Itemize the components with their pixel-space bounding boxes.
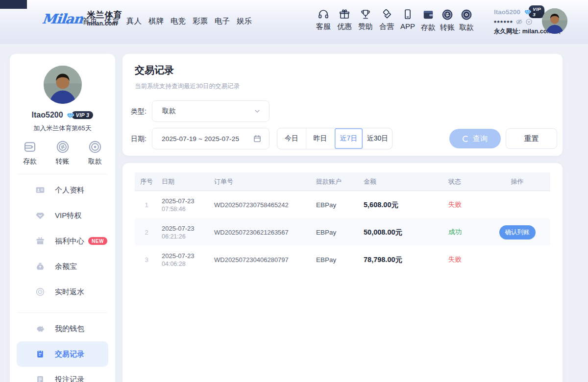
type-select-value: 取款 (162, 107, 253, 116)
table-header-row: 序号 日期 订单号 提款账户 金额 状态 操作 (135, 172, 550, 191)
header-username[interactable]: ltao5200 (494, 8, 520, 16)
sidebar-menu-item[interactable]: 余额宝 (17, 254, 108, 279)
row-order-number: WD202507230758465242 (211, 201, 313, 209)
vip-gem-icon (524, 8, 532, 16)
profile-username: ltao5200 (32, 111, 63, 119)
main-nav-item[interactable]: 彩票 (193, 16, 208, 26)
date-range-preset[interactable]: 近30日 (363, 128, 392, 149)
confirm-received-button[interactable]: 确认到账 (499, 225, 536, 239)
header-quick-link[interactable]: 优惠 (337, 8, 352, 31)
gift-icon (339, 8, 350, 20)
status-text: 失败 (448, 200, 462, 209)
sidebar-menu-item[interactable]: 个人资料 (17, 177, 108, 203)
row-amount: 78,798.00元 (360, 255, 445, 264)
row-seq: 1 (135, 201, 158, 209)
transactions-table-card: 序号 日期 订单号 提款账户 金额 状态 操作 1 2025-07-23 07:… (122, 163, 563, 382)
quick-link-label: 取款 (459, 23, 474, 32)
main-nav-item[interactable]: 电竞 (171, 16, 186, 26)
table-column-header: 操作 (484, 177, 550, 186)
vip-gem-icon (66, 111, 74, 119)
type-label: 类型: (131, 107, 147, 116)
row-date: 2025-07-23 07:58:46 (158, 197, 211, 213)
main-nav: 首页 体育 真人 棋牌 电竞 彩票 电子 娱乐 (82, 16, 252, 26)
sidebar-quick-action[interactable]: 存款 (23, 140, 37, 166)
header-quick-link[interactable]: 客服 (316, 8, 331, 31)
quick-link-label: APP (400, 22, 415, 30)
main-nav-item[interactable]: 首页 (82, 16, 98, 26)
headset-icon (318, 8, 329, 20)
vip-diamond-icon (35, 211, 45, 220)
sidebar-item-label: 福利中心 (55, 237, 84, 246)
calendar-icon (253, 134, 262, 143)
row-date: 2025-07-23 06:21:26 (158, 224, 211, 240)
refresh-circle-icon[interactable] (525, 18, 533, 25)
sidebar-menu-item[interactable]: 我的钱包 (17, 316, 108, 341)
row-date: 2025-07-23 04:06:28 (158, 252, 211, 268)
quick-action-label: 存款 (23, 157, 37, 166)
date-range-preset[interactable]: 今日 (277, 128, 306, 149)
date-range-input[interactable]: 2025-07-19 ~ 2025-07-25 (152, 128, 270, 149)
eye-off-icon[interactable] (515, 18, 523, 25)
table-column-header: 序号 (135, 177, 158, 186)
sidebar-item-label: 个人资料 (55, 186, 84, 195)
top-header: Milan 米兰体育 milan.com 首页 体育 真人 棋牌 电竞 彩票 电… (0, 0, 588, 44)
table-row: 1 2025-07-23 07:58:46 WD2025072307584652… (135, 191, 550, 218)
user-avatar[interactable] (542, 8, 567, 34)
main-nav-item[interactable]: 电子 (215, 16, 230, 26)
sidebar-menu-item[interactable]: 实时返水 (17, 279, 108, 305)
profile-avatar[interactable] (44, 66, 82, 104)
date-range-preset[interactable]: 昨日 (306, 128, 334, 149)
row-withdraw-account: EBPay (313, 256, 360, 263)
main-nav-item[interactable]: 棋牌 (148, 16, 164, 26)
table-column-header: 订单号 (211, 177, 313, 186)
transfer-filled-icon (441, 8, 454, 21)
row-status: 成功 (445, 228, 484, 237)
header-quick-link[interactable]: APP (400, 8, 416, 31)
joined-days-text: 加入米兰体育第65天 (10, 124, 115, 133)
page-subtitle: 当前系统支持查询最近30日的交易记录 (135, 82, 240, 91)
header-user-block: ltao5200 VIP 3 ****** 永久网址: milan.com (494, 7, 543, 36)
quick-link-label: 合营 (379, 22, 394, 31)
table-column-header: 状态 (445, 177, 484, 186)
header-quick-links: 客服 优惠 赞助 合营 APP (316, 8, 416, 31)
header-quick-link[interactable]: 取款 (459, 8, 474, 32)
row-amount: 50,008.00元 (360, 228, 445, 237)
header-quick-link[interactable]: 合营 (379, 8, 394, 31)
header-quick-link[interactable]: 存款 (420, 8, 436, 32)
sidebar-item-label: 余额宝 (55, 262, 77, 271)
logo-script-text: Milan (41, 11, 83, 26)
sidebar-quick-action[interactable]: 转账 (55, 140, 70, 166)
sidebar-menu-item[interactable]: 投注记录 (17, 367, 108, 382)
betlog-icon (35, 375, 45, 382)
quick-action-label: 转账 (56, 157, 70, 166)
header-quick-link[interactable]: 转账 (440, 8, 455, 32)
journal-icon (35, 349, 45, 359)
main-nav-item[interactable]: 体育 (104, 16, 120, 26)
table-column-header: 日期 (158, 177, 211, 186)
table-column-header: 金额 (360, 177, 445, 186)
row-amount: 5,608.00元 (360, 200, 445, 210)
table-row: 2 2025-07-23 06:21:26 WD2025072306212635… (135, 218, 550, 246)
main-nav-item[interactable]: 娱乐 (237, 16, 252, 26)
type-select[interactable]: 取款 (152, 100, 270, 122)
query-button[interactable]: 查询 (449, 129, 501, 148)
sidebar-quick-action[interactable]: 取款 (88, 140, 102, 166)
vip-badge: VIP 3 (66, 111, 94, 119)
app-icon (402, 8, 414, 20)
sidebar-menu-item[interactable]: 交易记录 (17, 341, 108, 367)
header-quick-link[interactable]: 赞助 (358, 8, 373, 31)
header-wallet-links: 存款 转账 取款 (420, 8, 474, 32)
sidebar-item-label: VIP特权 (55, 211, 81, 220)
sidebar-menu-item[interactable]: VIP特权 (17, 203, 108, 228)
table-row: 3 2025-07-23 04:06:28 WD2025072304062807… (135, 246, 550, 273)
main-nav-item[interactable]: 真人 (126, 16, 142, 26)
date-range-preset[interactable]: 近7日 (334, 128, 363, 149)
quick-action-label: 取款 (88, 157, 102, 166)
reset-button[interactable]: 重置 (506, 128, 557, 149)
status-text: 失败 (448, 255, 462, 264)
date-label: 日期: (131, 135, 147, 143)
sidebar-menu-item[interactable]: 福利中心 NEW (17, 228, 108, 254)
vip-badge: VIP 3 (524, 5, 544, 18)
quick-link-label: 优惠 (337, 22, 352, 31)
sidebar-menu-secondary: 我的钱包 交易记录 投注记录 (10, 316, 115, 382)
